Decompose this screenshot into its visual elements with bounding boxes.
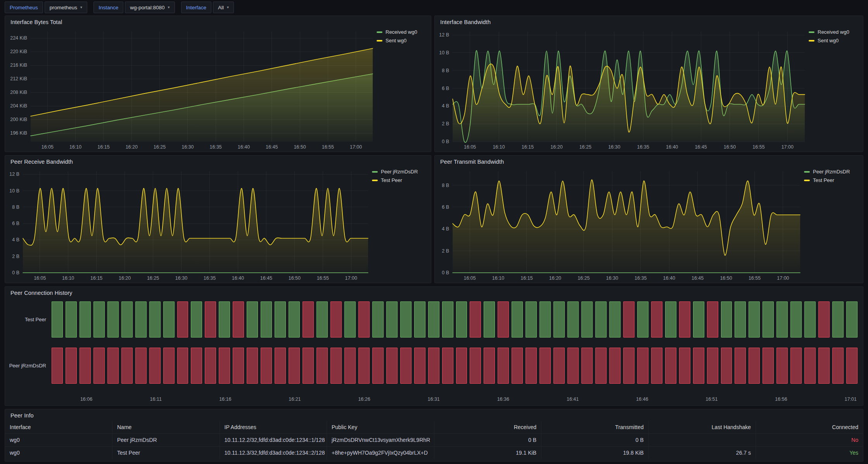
legend-item-sent-wg0[interactable]: Sent wg0 <box>377 38 427 43</box>
svg-text:6 B: 6 B <box>442 204 449 210</box>
svg-text:2 B: 2 B <box>442 248 449 254</box>
status-bar-down <box>456 348 467 384</box>
status-bar-up <box>512 301 523 338</box>
variable-value-interface-dropdown[interactable]: All ▾ <box>213 2 234 13</box>
status-bar-down <box>205 348 216 384</box>
status-bar-down <box>316 348 328 384</box>
cell-interface: wg0 <box>5 434 112 447</box>
svg-text:16:20: 16:20 <box>550 144 562 150</box>
legend-item-received-wg0[interactable]: Received wg0 <box>377 29 427 35</box>
panel-title[interactable]: Peer Receive Bandwidth <box>5 156 431 166</box>
panel-title[interactable]: Interface Bandwidth <box>435 16 863 27</box>
status-bar-down <box>400 348 412 384</box>
status-axis-tick: 17:01 <box>844 396 856 402</box>
table-row: wg0Test Peer10.11.12.3/32,fdfd:d3ad:c0de… <box>5 447 863 459</box>
status-bar-down <box>735 348 746 384</box>
status-bar-up <box>149 301 161 338</box>
variable-label-text: Instance <box>99 5 118 10</box>
svg-text:16:05: 16:05 <box>41 144 54 150</box>
column-header-received[interactable]: Received <box>434 421 541 434</box>
variable-label-instance: Instance <box>93 2 123 13</box>
status-bar-down <box>665 348 676 384</box>
svg-text:8 B: 8 B <box>12 204 19 210</box>
column-header-interface[interactable]: Interface <box>5 421 112 434</box>
column-header-name[interactable]: Name <box>112 421 220 434</box>
svg-text:10 B: 10 B <box>9 188 19 194</box>
legend-item-sent-wg0[interactable]: Sent wg0 <box>809 38 859 43</box>
legend-item-test-peer[interactable]: Test Peer <box>372 177 427 183</box>
status-bar-down <box>80 348 91 384</box>
svg-text:8 B: 8 B <box>442 68 449 73</box>
cell-received: 0 B <box>434 434 541 447</box>
variable-value-instance-dropdown[interactable]: wg-portal:8080 ▾ <box>125 2 175 13</box>
svg-text:16:10: 16:10 <box>69 144 81 150</box>
legend-item-test-peer[interactable]: Test Peer <box>804 177 859 183</box>
interface-bandwidth-chart[interactable]: 0 B2 B4 B6 B8 B10 B12 B16:0516:1016:1516… <box>435 27 809 152</box>
legend-item-peer-jrzmdsdr[interactable]: Peer jRzmDsDR <box>804 169 859 175</box>
interface-bytes-total-chart[interactable]: 196 KiB200 KiB204 KiB208 KiB212 KiB216 K… <box>5 27 377 152</box>
panel-peer-receive-bandwidth: Peer Receive Bandwidth 0 B2 B4 B6 B8 B10… <box>5 155 431 283</box>
svg-text:16:50: 16:50 <box>289 275 301 281</box>
legend-series-label: Test Peer <box>813 177 834 183</box>
svg-text:16:10: 16:10 <box>62 275 74 281</box>
status-bar-up <box>749 301 760 338</box>
svg-text:16:25: 16:25 <box>147 275 159 281</box>
svg-text:16:15: 16:15 <box>90 275 102 281</box>
peer-receive-bandwidth-chart[interactable]: 0 B2 B4 B6 B8 B10 B12 B16:0516:1016:1516… <box>5 166 372 283</box>
status-bar-down <box>289 348 300 384</box>
status-axis-tick: 16:06 <box>80 396 92 402</box>
panel-title[interactable]: Peer Transmit Bandwidth <box>435 156 863 166</box>
panel-title[interactable]: Peer Connection History <box>5 287 863 298</box>
status-bar-up <box>846 301 858 338</box>
legend-item-received-wg0[interactable]: Received wg0 <box>809 29 859 35</box>
status-bar-down <box>358 301 370 338</box>
status-bar-down <box>553 348 565 384</box>
column-header-connected[interactable]: Connected <box>756 421 863 434</box>
status-bar-down <box>749 348 760 384</box>
status-bar-down <box>581 348 593 384</box>
status-bar-up <box>400 301 412 338</box>
status-bar-up <box>219 301 230 338</box>
status-bar-up <box>66 301 77 338</box>
panel-title[interactable]: Interface Bytes Total <box>5 16 431 27</box>
chart-legend: Received wg0Sent wg0 <box>809 27 863 152</box>
variable-label-text: Interface <box>186 5 207 10</box>
column-header-transmitted[interactable]: Transmitted <box>541 421 649 434</box>
svg-text:16:35: 16:35 <box>210 144 222 150</box>
svg-text:8 B: 8 B <box>442 183 449 188</box>
column-header-last-handshake[interactable]: Last Handshake <box>648 421 756 434</box>
variable-value-prometheus-dropdown[interactable]: prometheus ▾ <box>45 2 87 13</box>
svg-text:212 KiB: 212 KiB <box>10 76 27 81</box>
peer-transmit-bandwidth-chart[interactable]: 0 B2 B4 B6 B8 B16:0516:1016:1516:2016:25… <box>435 166 804 283</box>
status-bar-down <box>177 301 188 338</box>
svg-text:16:35: 16:35 <box>635 275 647 281</box>
status-bar-down <box>595 348 607 384</box>
status-bar-down <box>205 301 216 338</box>
status-bar-down <box>484 348 495 384</box>
legend-series-swatch <box>804 171 810 173</box>
status-bar-up <box>107 301 119 338</box>
legend-series-label: Received wg0 <box>818 29 849 35</box>
status-bar-down <box>539 348 551 384</box>
svg-text:16:25: 16:25 <box>578 275 590 281</box>
column-header-ip-addresses[interactable]: IP Addresses <box>220 421 327 434</box>
panel-title[interactable]: Peer Info <box>5 409 863 420</box>
status-axis-tick: 16:41 <box>567 396 579 402</box>
status-axis-tick: 16:26 <box>358 396 370 402</box>
cell-transmitted: 19.8 KiB <box>541 447 649 459</box>
column-header-public-key[interactable]: Public Key <box>327 421 434 434</box>
status-bar-down <box>303 348 314 384</box>
variable-prometheus: Prometheus prometheus ▾ <box>5 2 87 13</box>
svg-text:16:55: 16:55 <box>317 275 329 281</box>
legend-item-peer-jrzmdsdr[interactable]: Peer jRzmDsDR <box>372 169 427 175</box>
svg-text:16:20: 16:20 <box>119 275 131 281</box>
status-bar-down <box>790 348 802 384</box>
variable-value-text: All <box>218 5 224 10</box>
variable-instance: Instance wg-portal:8080 ▾ <box>93 2 175 13</box>
status-bar-down <box>846 348 858 384</box>
cell-received: 19.1 KiB <box>434 447 541 459</box>
cell-interface: wg0 <box>5 447 112 459</box>
status-bar-down <box>623 301 635 338</box>
status-lane-peer-jrzmdsdr: Peer jRzmDsDR <box>5 348 858 384</box>
peer-connection-history-chart[interactable]: Test PeerPeer jRzmDsDR16:0616:1116:1616:… <box>5 298 863 405</box>
